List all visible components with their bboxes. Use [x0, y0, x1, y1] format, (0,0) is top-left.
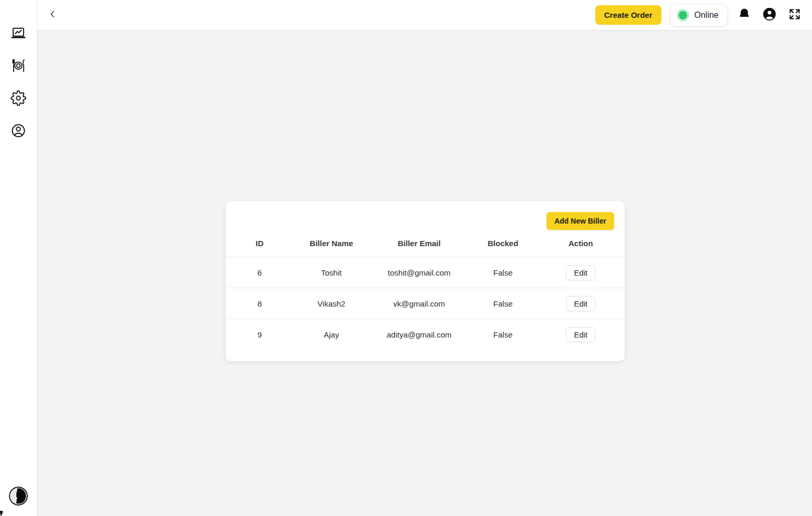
chevron-left-icon: [48, 9, 57, 20]
online-status-dot: [677, 9, 689, 22]
cell-biller-email: toshit@gmail.com: [370, 268, 469, 277]
settings-icon: [10, 90, 26, 108]
column-header-blocked: Blocked: [469, 239, 537, 248]
sidebar-item-restaurant[interactable]: [8, 56, 29, 77]
cell-id: 6: [226, 268, 293, 277]
sidebar: [0, 0, 37, 516]
bell-icon: [737, 7, 751, 23]
edit-button[interactable]: Edit: [566, 327, 595, 342]
main-content: Add New Biller ID Biller Name Biller Ema…: [37, 30, 812, 516]
billers-card-toolbar: Add New Biller: [226, 201, 625, 230]
table-row: 6 Toshit toshit@gmail.com False Edit: [226, 257, 625, 288]
sidebar-item-analytics[interactable]: [8, 23, 29, 44]
create-order-button[interactable]: Create Order: [595, 5, 661, 25]
fullscreen-button[interactable]: [787, 7, 803, 23]
cell-biller-name: Vikash2: [293, 299, 369, 308]
cell-blocked: False: [469, 268, 537, 277]
cell-biller-email: aditya@gmail.com: [370, 330, 469, 339]
billers-card: Add New Biller ID Biller Name Biller Ema…: [226, 201, 625, 361]
user-circle-icon: [10, 123, 26, 140]
table-header-row: ID Biller Name Biller Email Blocked Acti…: [226, 230, 625, 257]
cell-biller-name: Toshit: [293, 268, 369, 277]
restaurant-icon: [10, 57, 27, 76]
column-header-id: ID: [226, 239, 293, 248]
edit-button[interactable]: Edit: [566, 265, 595, 280]
table-row: 9 Ajay aditya@gmail.com False Edit: [226, 319, 625, 350]
analytics-icon: [10, 25, 26, 43]
online-status-toggle[interactable]: Online: [671, 5, 727, 26]
cell-biller-email: vk@gmail.com: [370, 299, 469, 308]
add-new-biller-button[interactable]: Add New Biller: [546, 212, 614, 230]
edit-button[interactable]: Edit: [566, 296, 595, 311]
table-row: 8 Vikash2 vk@gmail.com False Edit: [226, 288, 625, 319]
profile-avatar[interactable]: [9, 487, 28, 506]
cell-id: 9: [226, 330, 293, 339]
notifications-button[interactable]: [736, 7, 752, 23]
column-header-biller-email: Biller Email: [370, 239, 469, 248]
sidebar-nav: [8, 23, 29, 142]
fullscreen-expand-icon: [788, 8, 801, 22]
column-header-action: Action: [537, 239, 625, 248]
header-actions: Create Order Online: [595, 5, 803, 26]
column-header-biller-name: Biller Name: [293, 239, 369, 248]
online-status-label: Online: [694, 10, 719, 20]
user-filled-icon: [762, 7, 777, 23]
sidebar-item-account[interactable]: [8, 121, 29, 142]
sidebar-item-settings[interactable]: [8, 88, 29, 109]
cell-id: 8: [226, 299, 293, 308]
top-header: Create Order Online: [37, 0, 812, 30]
back-button[interactable]: [45, 8, 60, 23]
cell-blocked: False: [469, 330, 537, 339]
cell-blocked: False: [469, 299, 537, 308]
cell-biller-name: Ajay: [293, 330, 369, 339]
profile-button[interactable]: [762, 7, 777, 23]
